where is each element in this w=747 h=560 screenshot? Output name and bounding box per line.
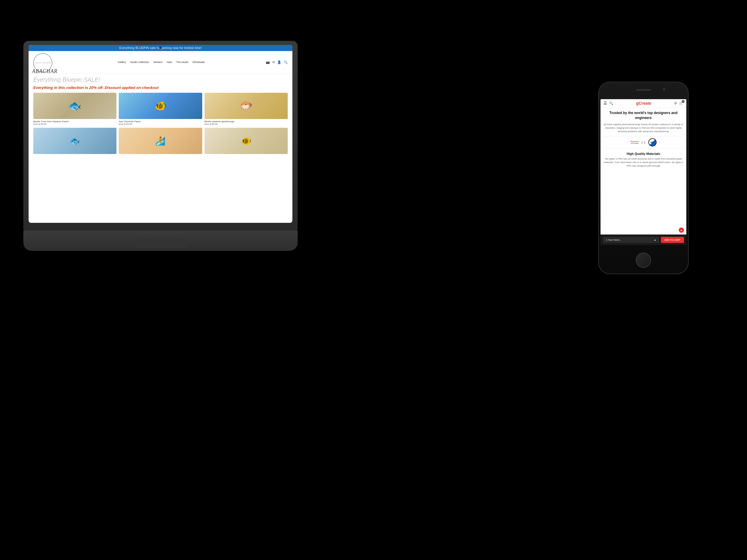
- plan-select-label: 1-Year Stand...: [606, 239, 621, 241]
- fish-illustration-2: 🐠: [155, 100, 166, 111]
- fish-illustration-1: 🐟: [68, 100, 81, 112]
- phone-home-button[interactable]: [636, 252, 651, 268]
- phone-settings-icon[interactable]: ⚙: [674, 101, 677, 105]
- product-card-2[interactable]: 🐠 San Clemente Flyers from $ 65.00: [119, 93, 202, 126]
- phone-section-title: High Quality Materials: [603, 152, 684, 156]
- products-grid: 🐟 Bluefin Tuna Over Nautical Charts from…: [29, 93, 292, 154]
- laptop-camera: [159, 47, 162, 49]
- logo-circle: STUDIO ABACHAR abachar: [33, 53, 52, 72]
- nav-gallery[interactable]: Gallery: [118, 61, 126, 63]
- nav-studio-collection[interactable]: Studio collection: [130, 61, 149, 63]
- site-logo: STUDIO ABACHAR abachar: [33, 53, 57, 71]
- product-image-4: 🐟: [33, 128, 117, 154]
- laptop-screen-bezel: Everything BLUEPIN sale happening now fo…: [29, 45, 292, 223]
- sale-title: Everything Bluepin SALE!: [29, 74, 292, 84]
- laptop-trackpad: [134, 239, 187, 248]
- logo-brand-text: abachar: [32, 68, 57, 74]
- nav-wholesale[interactable]: Wholesale: [192, 61, 205, 63]
- product-name-1: Bluefin Tuna Over Nautical Charts: [33, 120, 117, 123]
- hamburger-icon[interactable]: ☰: [603, 101, 607, 106]
- add-to-cart-button[interactable]: ADD TO CART: [661, 237, 684, 243]
- bmw-logo: BMW: [648, 138, 656, 146]
- phone-hero-desc: gCreate supplies professional large form…: [603, 123, 684, 133]
- product-image-5: 🏄: [119, 128, 202, 154]
- phone-top-bar: ☰ 🔍 gCreate ⚙ 🛒 0: [600, 99, 686, 108]
- product-image-2: 🐠: [119, 93, 202, 119]
- email-icon: ✉: [272, 60, 275, 64]
- fish-illustration-4: 🐟: [70, 136, 80, 146]
- fish-illustration-5: 🏄: [155, 136, 165, 146]
- phone-app-logo: gCreate: [615, 101, 672, 106]
- cart-badge: 0: [681, 100, 685, 103]
- product-card-4[interactable]: 🐟: [33, 128, 117, 154]
- phone-hero-title: Trusted by the world's top designers and…: [603, 110, 684, 121]
- product-card-3[interactable]: 🐡 Bluefin skeleton glowthrough from $ 65…: [205, 93, 288, 126]
- prev-logo-arrow[interactable]: ‹: [627, 140, 628, 144]
- phone-section-desc: The gMax 2 PRO has all metal structural …: [603, 157, 684, 168]
- site-nav: STUDIO ABACHAR abachar Gallery Studio co…: [29, 51, 292, 74]
- phone-search-icon[interactable]: 🔍: [609, 101, 613, 105]
- plan-select-chevron: ▲: [654, 239, 656, 241]
- product-card-1[interactable]: 🐟 Bluefin Tuna Over Nautical Charts from…: [33, 93, 117, 126]
- laptop: Everything BLUEPIN sale happening now fo…: [23, 41, 298, 251]
- laptop-body: Everything BLUEPIN sale happening now fo…: [23, 41, 298, 231]
- product-card-6[interactable]: 🐠: [205, 128, 288, 154]
- phone-cart-icon[interactable]: 🛒 0: [679, 101, 684, 105]
- phone-camera-dot: [663, 88, 665, 90]
- search-icon[interactable]: 🔍: [284, 60, 288, 64]
- instagram-icon: 📷: [266, 60, 270, 64]
- arriscope-logo: ⫿ ⫿: [641, 140, 646, 144]
- phone-content: Trusted by the world's top designers and…: [600, 108, 686, 170]
- account-icon: 👤: [277, 60, 281, 64]
- sale-subtitle: Everything in this collection is 20% off…: [29, 84, 292, 93]
- product-price-3: from $ 65.00: [205, 123, 288, 126]
- phone-speaker: [636, 89, 651, 91]
- nav-stickers[interactable]: Stickers: [153, 61, 162, 63]
- product-name-2: San Clemente Flyers: [119, 120, 202, 123]
- product-price-2: from $ 65.00: [119, 123, 202, 126]
- fish-illustration-3: 🐡: [239, 100, 253, 112]
- phone-bottom-bar: 1-Year Stand... ▲ ADD TO CART: [600, 235, 686, 245]
- product-price-1: from $ 65.00: [33, 123, 117, 126]
- next-logo-arrow[interactable]: ›: [659, 140, 660, 144]
- raytheon-logo: Raytheon Technologies: [630, 140, 639, 144]
- product-image-1: 🐟: [33, 93, 117, 119]
- laptop-screen: Everything BLUEPIN sale happening now fo…: [29, 45, 292, 223]
- phone-body: ☰ 🔍 gCreate ⚙ 🛒 0 Trusted by the world's…: [598, 82, 689, 274]
- product-image-6: 🐠: [205, 128, 288, 154]
- phone: ☰ 🔍 gCreate ⚙ 🛒 0 Trusted by the world's…: [598, 82, 689, 274]
- product-image-3: 🐡: [205, 93, 288, 119]
- fish-illustration-6: 🐠: [241, 136, 251, 146]
- scroll-to-top-button[interactable]: ▲: [679, 228, 684, 233]
- product-card-5[interactable]: 🏄: [119, 128, 202, 154]
- partner-logos-row: ‹ Raytheon Technologies ⫿ ⫿ BMW ›: [603, 136, 684, 149]
- nav-the-studio[interactable]: The studio: [176, 61, 188, 63]
- laptop-base: [23, 231, 298, 251]
- site-nav-icons: 📷 ✉ 👤 🔍: [266, 60, 288, 64]
- site-nav-links: Gallery Studio collection Stickers Hats …: [61, 61, 261, 63]
- product-name-3: Bluefin skeleton glowthrough: [205, 120, 288, 123]
- phone-screen: ☰ 🔍 gCreate ⚙ 🛒 0 Trusted by the world's…: [600, 99, 686, 245]
- nav-hats[interactable]: Hats: [166, 61, 172, 63]
- plan-select-button[interactable]: 1-Year Stand... ▲: [603, 237, 659, 243]
